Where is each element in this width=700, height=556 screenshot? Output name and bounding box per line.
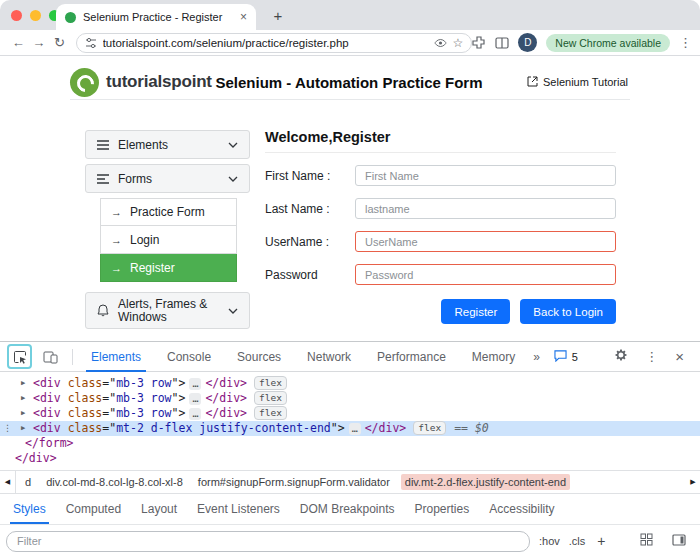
tab-properties[interactable]: Properties — [405, 494, 480, 524]
tab-dom-breakpoints[interactable]: DOM Breakpoints — [290, 494, 405, 524]
username-input[interactable] — [355, 231, 616, 252]
toggle-hover-state-button[interactable]: :hov — [539, 535, 560, 547]
devtools-settings-icon[interactable] — [614, 348, 628, 366]
sidebar-item-forms[interactable]: Forms — [85, 164, 250, 193]
dom-node-row[interactable]: ▶<div class="mb-3 row">…</div>flex — [0, 391, 700, 406]
end-tag-token: div — [219, 406, 240, 420]
devtools-close-icon[interactable]: × — [675, 348, 684, 365]
expand-inline-button[interactable]: … — [349, 423, 361, 435]
tab-accessibility[interactable]: Accessibility — [479, 494, 564, 524]
first-name-input[interactable] — [355, 165, 616, 186]
submenu-item-login[interactable]: → Login — [100, 226, 237, 254]
dom-node-row[interactable]: ▶<div class="mb-3 row">…</div>flex — [0, 376, 700, 391]
tab-styles[interactable]: Styles — [3, 494, 56, 524]
browser-menu-icon[interactable]: ⋮ — [679, 35, 692, 50]
extensions-icon[interactable] — [472, 36, 486, 50]
expand-arrow-icon[interactable]: ▶ — [21, 376, 25, 391]
devtools-tab-console[interactable]: Console — [154, 342, 224, 372]
flex-badge[interactable]: flex — [254, 391, 287, 405]
site-settings-icon[interactable] — [85, 37, 97, 49]
inspect-element-button[interactable] — [7, 344, 32, 369]
breadcrumb-scroll-right[interactable]: ▶ — [686, 471, 700, 493]
password-input[interactable] — [355, 264, 616, 285]
dom-node-row-selected[interactable]: ⋮▶<div class="mt-2 d-flex justify-conten… — [0, 421, 700, 436]
header-divider — [70, 99, 630, 100]
devtools-tab-elements[interactable]: Elements — [78, 342, 154, 372]
bookmark-star-icon[interactable]: ☆ — [453, 36, 464, 50]
tag-token: div — [40, 406, 61, 420]
gt-token: > — [240, 376, 247, 390]
sidebar-item-alerts-frames-windows[interactable]: Alerts, Frames & Windows — [85, 292, 250, 329]
tab-layout[interactable]: Layout — [131, 494, 187, 524]
device-toolbar-button[interactable] — [38, 345, 62, 369]
breadcrumb-scroll-left[interactable]: ◀ — [0, 471, 16, 493]
page-content: tutorialspoint Selenium - Automation Pra… — [0, 56, 700, 341]
expand-arrow-icon[interactable]: ▶ — [21, 421, 25, 436]
address-bar[interactable]: tutorialspoint.com/selenium/practice/reg… — [76, 33, 473, 53]
new-tab-button[interactable]: + — [268, 5, 288, 25]
profile-avatar[interactable]: D — [518, 33, 537, 52]
issues-button[interactable]: 5 — [554, 348, 578, 366]
devtools-menu-icon[interactable]: ⋮ — [645, 349, 658, 364]
sidebar-item-elements[interactable]: Elements — [85, 130, 250, 159]
flex-badge[interactable]: flex — [254, 376, 287, 390]
expand-arrow-icon[interactable]: ▶ — [21, 406, 25, 421]
tab-close-icon[interactable]: × — [240, 10, 247, 24]
forward-icon[interactable]: → — [29, 35, 50, 50]
grid-icon[interactable] — [640, 532, 653, 550]
flex-badge[interactable]: flex — [413, 421, 446, 435]
submenu-item-practice-form[interactable]: → Practice Form — [100, 198, 237, 226]
breadcrumb-item-selected[interactable]: div.mt-2.d-flex.justify-content-end — [401, 474, 570, 490]
devtools-tab-performance[interactable]: Performance — [364, 342, 459, 372]
password-row: Password — [265, 264, 616, 285]
devtools-toolbar: Elements Console Sources Network Perform… — [0, 342, 700, 372]
back-icon[interactable]: ← — [8, 35, 29, 50]
devtools-tab-sources[interactable]: Sources — [224, 342, 294, 372]
left-arrow-icon: ◀ — [5, 478, 10, 486]
expand-inline-button[interactable]: … — [189, 378, 201, 390]
window-close-button[interactable] — [11, 10, 22, 21]
last-name-row: Last Name : — [265, 198, 616, 219]
logo-text: tutorialspoint — [106, 72, 212, 92]
tab-event-listeners[interactable]: Event Listeners — [187, 494, 290, 524]
devtools-tab-network[interactable]: Network — [294, 342, 364, 372]
selenium-tutorial-link[interactable]: Selenium Tutorial — [527, 76, 628, 89]
window-minimize-button[interactable] — [30, 10, 41, 21]
lt-slash-token: </ — [25, 436, 39, 450]
tab-computed[interactable]: Computed — [56, 494, 131, 524]
breadcrumb-item[interactable]: d — [21, 474, 35, 490]
url-text[interactable]: tutorialspoint.com/selenium/practice/reg… — [103, 37, 428, 49]
expand-inline-button[interactable]: … — [189, 393, 201, 405]
tutorialspoint-logo[interactable]: tutorialspoint — [70, 68, 212, 97]
new-style-rule-button[interactable]: + — [597, 533, 605, 549]
expand-inline-button[interactable]: … — [189, 408, 201, 420]
flex-badge[interactable]: flex — [254, 406, 287, 420]
chevron-down-icon — [228, 176, 238, 182]
reload-icon[interactable]: ↻ — [49, 35, 70, 50]
new-chrome-button[interactable]: New Chrome available — [546, 34, 670, 52]
lt-token: < — [33, 421, 40, 435]
browser-tab[interactable]: Selenium Practice - Register × — [56, 4, 256, 30]
node-options-icon[interactable]: ⋮ — [3, 421, 12, 436]
toggle-class-button[interactable]: .cls — [569, 535, 586, 547]
devtools-toolbar-right: ⋮ × — [614, 348, 693, 366]
dom-node-row[interactable]: </form> — [0, 436, 700, 451]
side-panel-icon[interactable] — [495, 37, 509, 49]
more-tabs-icon[interactable]: » — [528, 350, 545, 364]
breadcrumb-item[interactable]: div.col-md-8.col-lg-8.col-xl-8 — [42, 474, 187, 490]
devtools-tab-memory[interactable]: Memory — [459, 342, 528, 372]
dom-node-row[interactable]: ▶<div class="mb-3 row">…</div>flex — [0, 406, 700, 421]
back-to-login-button[interactable]: Back to Login — [520, 299, 616, 324]
register-button[interactable]: Register — [441, 299, 510, 324]
password-manager-icon[interactable] — [434, 38, 447, 48]
first-name-row: First Name : — [265, 165, 616, 186]
breadcrumb-item[interactable]: form#signupForm.signupForm.validator — [194, 474, 394, 490]
dock-panel-icon[interactable] — [672, 532, 686, 550]
site-header: tutorialspoint Selenium - Automation Pra… — [70, 64, 628, 100]
dom-node-row[interactable]: </div> — [0, 451, 700, 466]
accordion-label: Forms — [118, 172, 152, 186]
styles-filter-input[interactable] — [6, 531, 530, 552]
expand-arrow-icon[interactable]: ▶ — [21, 391, 25, 406]
last-name-input[interactable] — [355, 198, 616, 219]
submenu-item-register[interactable]: → Register — [100, 254, 237, 282]
